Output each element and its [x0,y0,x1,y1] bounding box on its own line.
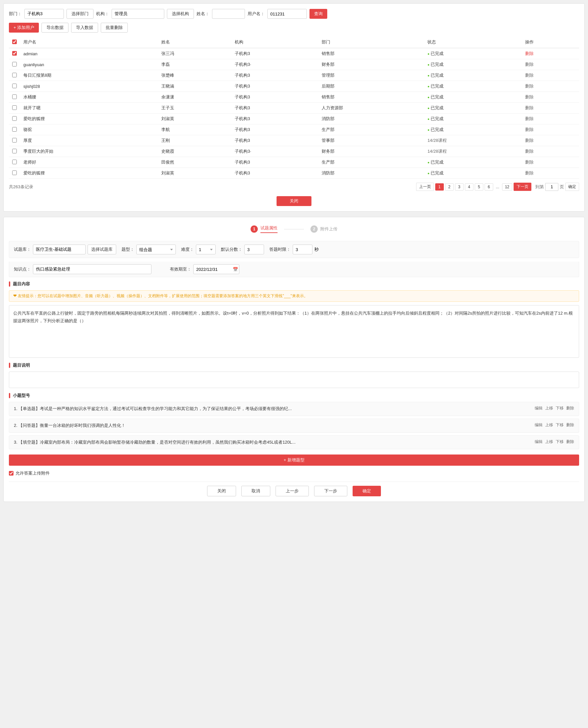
table-row: 爱吃的狐狸 刘淑英 子机构3 消防部 已完成 删除 [9,168,579,179]
name-input[interactable] [212,9,245,19]
row-checkbox[interactable] [12,51,17,56]
knowledge-item: 知识点： [14,264,151,274]
move-down-sub-3-button[interactable]: 下移 [556,439,564,445]
cell-dept: 人力资源部 [318,103,424,113]
select-bank-button[interactable]: 选择试题库 [88,244,116,254]
delete-button[interactable]: 删除 [525,116,534,121]
cell-status: 14/28课程 [424,135,522,146]
delete-button[interactable]: 删除 [525,105,534,110]
content-textarea[interactable]: 公共汽车在平直的公路上行驶时，固定于路旁的照相机每隔两秒连续两次对其拍照，得到清… [9,305,579,358]
delete-button[interactable]: 删除 [525,149,534,154]
row-checkbox[interactable] [12,159,17,164]
type-select[interactable]: 单选题 多选题 判断题 填空题 问答题 组合题 [136,244,176,254]
org-input[interactable] [112,9,164,19]
export-button[interactable]: 导出数据 [41,23,68,33]
batch-delete-button[interactable]: 批量删除 [101,23,128,33]
table-row: 骆驼 李航 子机构3 生产部 已完成 删除 [9,124,579,135]
table-row: 每日汇报第8期 张楚峰 子机构3 管理部 已完成 删除 [9,70,579,81]
close-button[interactable]: 关闭 [276,196,312,206]
knowledge-input[interactable] [33,264,151,274]
goto-confirm-button[interactable]: 确定 [565,183,579,191]
bottom-next-button[interactable]: 下一步 [314,486,347,496]
sub-question-2-text: 2. 【问答题】衡量一台冰箱的好坏时我们强调的是人性化！ [14,422,529,429]
edit-sub-3-button[interactable]: 编辑 [535,439,543,445]
step-2[interactable]: 2 附件上传 [304,223,344,235]
edit-sub-1-button[interactable]: 编辑 [535,405,543,411]
desc-section-bar [9,363,10,368]
score-input[interactable] [244,244,264,254]
row-checkbox[interactable] [12,116,17,121]
user-management-panel: 部门： 选择部门 机构： 选择机构 姓名： 用户名： 查询 + 添加用户 导出数… [3,3,585,212]
allow-attach-checkbox[interactable] [9,471,14,475]
next-page-button[interactable]: 下一页 [513,183,531,191]
score-label: 默认分数： [221,247,242,253]
goto-page-input[interactable] [545,183,559,191]
select-dept-button[interactable]: 选择部门 [66,9,93,19]
bottom-confirm-button[interactable]: 确定 [353,486,381,496]
calendar-icon[interactable]: 📅 [233,267,238,272]
sub-question-2-actions: 编辑 上移 下移 删除 [535,422,574,428]
cell-username: admian [20,48,158,59]
row-checkbox[interactable] [12,84,17,88]
delete-button[interactable]: 删除 [525,62,534,67]
delete-button[interactable]: 删除 [525,73,534,78]
bottom-prev-button[interactable]: 上一步 [276,486,309,496]
timelimit-input[interactable] [293,244,312,254]
delete-button[interactable]: 删除 [525,170,534,175]
import-button[interactable]: 导入数据 [71,23,98,33]
delete-button[interactable]: 删除 [525,94,534,100]
page-6-button[interactable]: 6 [485,183,493,191]
select-all-checkbox[interactable] [12,40,17,44]
edit-sub-2-button[interactable]: 编辑 [535,422,543,428]
row-checkbox[interactable] [12,149,17,153]
row-checkbox[interactable] [12,105,17,110]
cell-status: 已完成 [424,103,522,113]
step-2-label: 附件上传 [320,226,337,232]
expire-input[interactable] [193,264,239,274]
difficulty-label: 难度： [181,247,194,253]
move-up-sub-2-button[interactable]: 上移 [545,422,553,428]
row-checkbox[interactable] [12,138,17,143]
page-12-button[interactable]: 12 [502,183,512,191]
bottom-close-button[interactable]: 关闭 [207,486,236,496]
move-up-sub-1-button[interactable]: 上移 [545,405,553,411]
row-checkbox[interactable] [12,73,17,77]
query-button[interactable]: 查询 [310,9,327,19]
delete-sub-3-button[interactable]: 删除 [566,439,574,445]
username-input[interactable] [267,9,307,19]
dept-input[interactable] [24,9,64,19]
delete-sub-1-button[interactable]: 删除 [566,405,574,411]
bottom-cancel-button[interactable]: 取消 [241,486,270,496]
bank-label: 试题库： [14,247,31,253]
cell-status: 已完成 [424,157,522,168]
step-1[interactable]: 1 试题属性 [244,222,284,236]
delete-sub-2-button[interactable]: 删除 [566,422,574,428]
move-down-sub-2-button[interactable]: 下移 [556,422,564,428]
move-up-sub-3-button[interactable]: 上移 [545,439,553,445]
row-checkbox[interactable] [12,94,17,99]
add-sub-type-button[interactable]: + 新增题型 [9,454,579,466]
page-2-button[interactable]: 2 [445,183,454,191]
desc-textarea[interactable] [9,371,579,388]
prev-page-button[interactable]: 上一页 [416,183,434,191]
page-5-button[interactable]: 5 [475,183,483,191]
cell-status: 已完成 [424,70,522,81]
select-org-button[interactable]: 选择机构 [167,9,194,19]
delete-button[interactable]: 删除 [525,159,534,165]
row-checkbox[interactable] [12,127,17,132]
delete-button[interactable]: 删除 [525,138,534,143]
page-3-button[interactable]: 3 [455,183,464,191]
bank-input[interactable] [33,244,86,254]
move-down-sub-1-button[interactable]: 下移 [556,405,564,411]
delete-button[interactable]: 删除 [525,127,534,132]
difficulty-select[interactable]: 1 2 3 4 5 [196,244,216,254]
page-1-button[interactable]: 1 [435,183,444,191]
sub-section-bar [9,393,10,398]
add-user-button[interactable]: + 添加用户 [9,23,39,33]
delete-button[interactable]: 删除 [525,84,534,88]
page-4-button[interactable]: 4 [465,183,474,191]
row-checkbox[interactable] [12,62,17,66]
cell-username: 爱吃的狐狸 [20,168,158,179]
delete-button[interactable]: 删除 [525,51,534,56]
row-checkbox[interactable] [12,170,17,175]
